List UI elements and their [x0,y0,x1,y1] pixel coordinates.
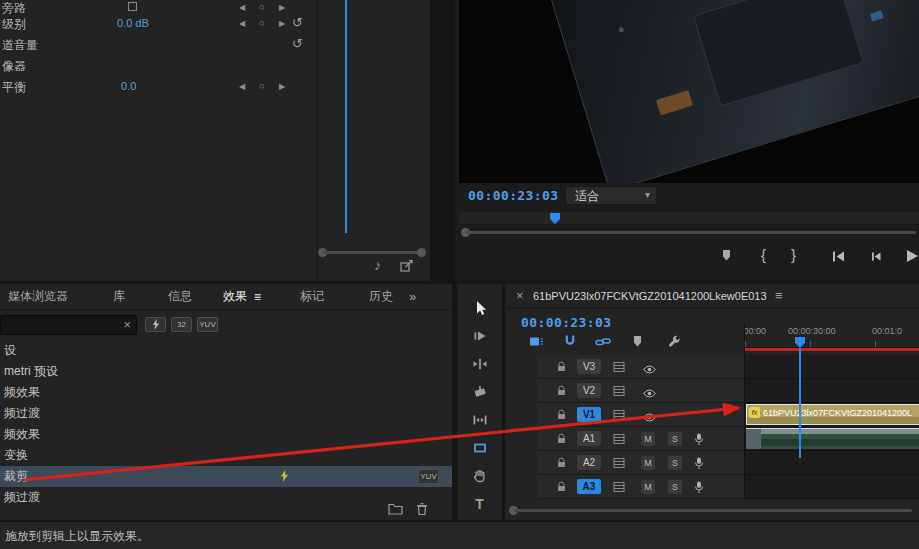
clear-search-icon[interactable]: × [123,317,131,332]
toggle-track-output-eye-icon[interactable] [643,363,656,377]
hand-tool[interactable] [468,464,491,487]
track-content-a3[interactable] [745,475,919,499]
tab-libraries[interactable]: 库 [113,288,125,305]
mute-track-button[interactable]: M [641,456,655,470]
linked-selection-icon[interactable] [595,336,611,351]
razor-tool[interactable] [468,380,491,403]
scrollbar-track[interactable] [514,509,912,512]
timeline-panel-menu-icon[interactable]: ≡ [775,288,783,303]
effects-list-item[interactable]: 变换 [0,445,452,466]
bypass-checkbox[interactable] [128,2,137,11]
reset-parameter-icon[interactable]: ↺ [292,15,303,30]
solo-track-button[interactable]: S [668,480,682,494]
sync-lock-icon[interactable] [613,409,625,424]
tab-markers[interactable]: 标记 [300,288,324,305]
timeline-playhead-line[interactable] [799,348,801,458]
mark-in-icon[interactable]: { [761,246,766,263]
reset-parameter-icon[interactable]: ↺ [292,36,303,51]
scrollbar-track[interactable] [323,251,421,254]
effects-list-item[interactable]: 频效果 [0,382,452,403]
next-keyframe-icon[interactable]: ▶ [279,3,285,12]
rectangle-tool-active[interactable] [468,436,491,459]
next-keyframe-icon[interactable]: ▶ [279,82,285,91]
new-custom-bin-folder-icon[interactable] [388,503,403,518]
lock-icon[interactable] [557,481,566,495]
level-value[interactable]: 0.0 dB [117,17,149,29]
video-clip[interactable]: fx 61bPVU23lx07FCKVtGZ201041200L [746,404,919,425]
ripple-edit-tool[interactable] [468,352,491,375]
type-tool[interactable]: T [468,492,491,515]
track-content-a1[interactable] [745,427,919,451]
scrollbar-track[interactable] [466,231,916,234]
toggle-track-output-eye-icon[interactable] [643,387,656,401]
effects-list-item-crop-selected[interactable]: 裁剪 YUV [0,466,452,487]
lock-icon[interactable] [557,385,566,399]
add-keyframe-icon[interactable]: ○ [259,81,264,91]
voiceover-mic-icon[interactable] [694,433,704,449]
effects-panel-menu-icon[interactable]: ≡ [254,290,261,304]
effects-search-input[interactable]: × [0,315,137,335]
tab-overflow-icon[interactable]: » [409,289,416,304]
timeline-ruler[interactable]: :00:00 00:00:30:00 00:01:0 [745,324,919,348]
go-to-in-icon[interactable] [832,250,846,266]
slip-tool[interactable] [468,408,491,431]
balance-value[interactable]: 0.0 [121,80,136,92]
add-marker-icon[interactable] [631,335,644,351]
nest-sequence-icon[interactable] [529,335,544,351]
sequence-tab-title[interactable]: 61bPVU23lx07FCKVtGZ201041200Lkew0E013 [533,290,767,302]
track-content-v1[interactable]: fx 61bPVU23lx07FCKVtGZ201041200L [745,403,919,427]
solo-track-button[interactable]: S [668,456,682,470]
track-target-a1[interactable]: A1 [577,431,601,446]
sync-lock-icon[interactable] [613,385,625,400]
track-target-v3[interactable]: V3 [577,359,601,374]
track-target-v2[interactable]: V2 [577,383,601,398]
panel-options-icon[interactable] [400,259,414,276]
play-icon[interactable] [905,249,919,266]
voiceover-mic-icon[interactable] [694,457,704,473]
solo-track-button[interactable]: S [668,432,682,446]
filter-32bit-color-icon[interactable]: 32 [171,317,192,332]
toggle-track-output-eye-icon[interactable] [643,411,656,425]
snap-magnet-icon[interactable] [563,334,577,351]
fit-dropdown[interactable]: 适合 ▾ [565,186,657,205]
sync-lock-icon[interactable] [613,457,625,472]
track-target-a3[interactable]: A3 [577,479,601,494]
close-sequence-icon[interactable]: × [516,288,524,303]
mark-out-icon[interactable]: } [791,246,796,263]
tab-media-browser[interactable]: 媒体浏览器 [8,288,68,305]
sync-lock-icon[interactable] [613,361,625,376]
sync-lock-icon[interactable] [613,433,625,448]
effects-list-item[interactable]: 频效果 [0,424,452,445]
lock-icon[interactable] [557,409,566,423]
pm-zoom-scrollbar[interactable] [461,228,919,237]
voiceover-mic-icon[interactable] [694,481,704,497]
play-audio-icon[interactable]: ♪ [374,257,381,273]
track-content-a2[interactable] [745,451,919,475]
track-content-v2[interactable] [745,379,919,403]
timeline-settings-wrench-icon[interactable] [667,335,681,352]
pm-timecode[interactable]: 00:00:23:03 [468,188,559,203]
tab-effects[interactable]: 效果 [223,288,247,305]
delete-trash-icon[interactable] [416,502,428,519]
tab-history[interactable]: 历史 [369,288,393,305]
track-content-v3[interactable] [745,355,919,379]
step-back-icon[interactable] [869,250,882,266]
effects-list-item[interactable]: 频过渡 [0,487,452,508]
mute-track-button[interactable]: M [641,432,655,446]
lock-icon[interactable] [557,457,566,471]
selection-tool[interactable] [468,296,491,319]
effects-list-item[interactable]: 频过渡 [0,403,452,424]
sync-lock-icon[interactable] [613,481,625,496]
ec-timeline-divider[interactable] [317,0,318,281]
add-keyframe-icon[interactable]: ○ [259,2,264,12]
track-target-a2[interactable]: A2 [577,455,601,470]
lock-icon[interactable] [557,361,566,375]
prev-keyframe-icon[interactable]: ◀ [239,3,245,12]
audio-clip[interactable] [746,428,919,449]
prev-keyframe-icon[interactable]: ◀ [239,19,245,28]
lock-icon[interactable] [557,433,566,447]
ec-horizontal-scrollbar[interactable] [318,248,426,257]
filter-yuv-effects-icon[interactable]: YUV [197,317,218,332]
timeline-horizontal-scrollbar[interactable] [509,506,915,515]
ec-playhead-line[interactable] [345,0,347,233]
